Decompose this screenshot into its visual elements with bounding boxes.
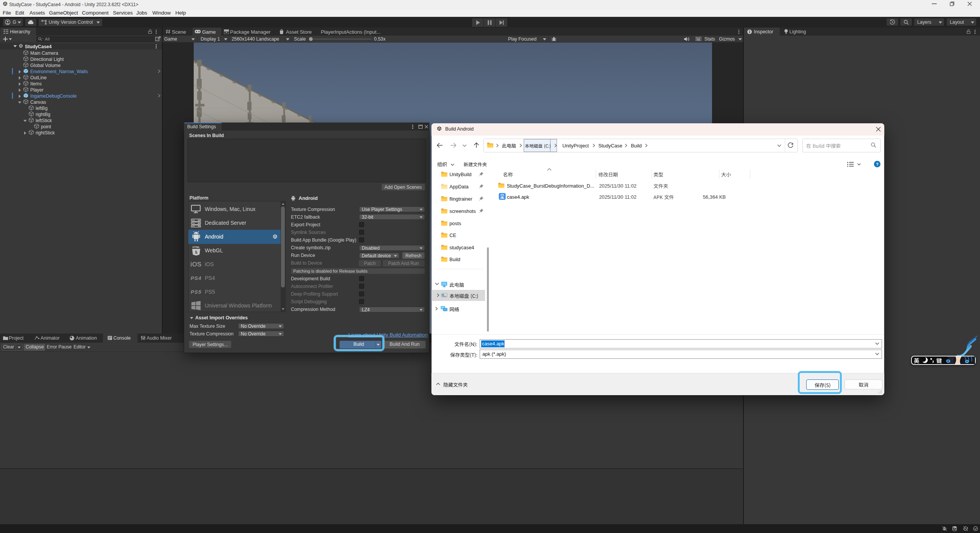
- svg-text:HTML: HTML: [193, 246, 200, 249]
- svg-text:?: ?: [876, 162, 879, 167]
- svg-text:APK: APK: [500, 194, 504, 196]
- svg-text:5: 5: [195, 250, 197, 255]
